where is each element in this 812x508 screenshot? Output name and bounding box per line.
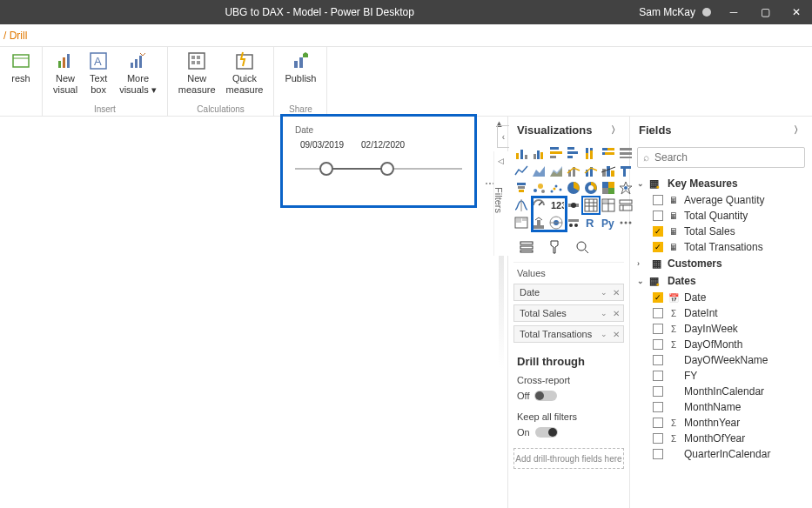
report-canvas[interactable]: ▲ ▽ ⤢ ⋯ Date 09/03/2019 02/12/2020 ‹ ◁ F… (0, 117, 507, 508)
breadcrumb-text[interactable]: / Drill (3, 30, 27, 42)
field-checkbox[interactable] (653, 386, 663, 397)
viz-type-27[interactable] (618, 197, 634, 213)
fields-header[interactable]: Fields 〉 (630, 117, 812, 144)
viz-type-33[interactable]: Py (601, 215, 616, 231)
viz-type-0[interactable] (513, 145, 529, 161)
fields-tab-icon[interactable] (519, 239, 534, 255)
viz-type-5[interactable] (601, 145, 616, 161)
viz-type-32[interactable]: R (583, 215, 599, 231)
field-item[interactable]: ΣDayInWeek (635, 321, 812, 337)
viz-type-28[interactable] (513, 215, 529, 231)
text-box-button[interactable]: ATextbox (83, 49, 114, 104)
viz-type-10[interactable] (566, 163, 581, 178)
field-checkbox[interactable] (653, 433, 663, 444)
viz-type-26[interactable] (601, 197, 616, 213)
fields-search[interactable]: ⌕ (637, 147, 805, 168)
field-checkbox[interactable]: ✓ (653, 226, 663, 237)
collapse-filters-button[interactable]: ‹ (497, 125, 509, 148)
viz-type-4[interactable] (583, 145, 599, 161)
viz-type-16[interactable] (548, 180, 564, 196)
field-checkbox[interactable] (653, 418, 663, 428)
format-tab-icon[interactable] (547, 239, 562, 255)
viz-type-3[interactable] (566, 145, 581, 161)
new-measure-button[interactable]: Newmeasure (173, 49, 221, 104)
viz-type-31[interactable] (566, 215, 581, 231)
viz-type-7[interactable] (513, 163, 529, 178)
field-item[interactable]: DayOfWeekName (635, 352, 812, 368)
field-checkbox[interactable] (653, 195, 663, 205)
refresh-button[interactable]: resh (5, 49, 37, 114)
viz-type-11[interactable] (583, 163, 599, 178)
field-well[interactable]: Date⌄✕ (513, 284, 624, 301)
publish-button[interactable]: Publish (279, 49, 321, 104)
viz-type-9[interactable] (548, 163, 564, 178)
field-checkbox[interactable]: ✓ (653, 242, 663, 252)
field-item[interactable]: 🖩Total Quantity (635, 208, 812, 224)
minimize-button[interactable]: ─ (718, 0, 749, 24)
more-visuals-button[interactable]: Morevisuals ▾ (114, 49, 162, 104)
viz-type-8[interactable] (531, 163, 547, 178)
viz-type-21[interactable] (513, 197, 529, 213)
field-group-header[interactable]: ›▦Customers (630, 255, 812, 272)
field-checkbox[interactable] (653, 355, 663, 365)
viz-type-13[interactable] (618, 163, 634, 178)
field-item[interactable]: ΣMonthOfYear (635, 431, 812, 446)
field-checkbox[interactable] (653, 308, 663, 318)
remove-icon[interactable]: ✕ (613, 330, 620, 339)
slicer-thumb-start[interactable] (319, 162, 333, 176)
viz-type-12[interactable] (601, 163, 616, 178)
field-checkbox[interactable] (653, 211, 663, 221)
viz-type-22[interactable] (531, 197, 547, 213)
close-button[interactable]: ✕ (781, 0, 812, 24)
field-checkbox[interactable] (653, 402, 663, 412)
slicer-track[interactable] (295, 160, 462, 177)
keep-filters-toggle[interactable]: On (508, 425, 629, 444)
field-item[interactable]: ✓📅Date (635, 290, 812, 305)
viz-type-25[interactable] (583, 197, 599, 213)
viz-type-6[interactable] (618, 145, 634, 161)
search-input[interactable] (654, 151, 799, 164)
field-item[interactable]: ✓🖩Total Sales (635, 224, 812, 239)
field-item[interactable]: QuarterInCalendar (635, 446, 812, 462)
viz-type-1[interactable] (531, 145, 547, 161)
viz-type-19[interactable] (601, 180, 616, 196)
viz-type-2[interactable] (548, 145, 564, 161)
field-item[interactable]: FY (635, 368, 812, 384)
field-item[interactable]: ΣMonthnYear (635, 415, 812, 431)
slicer-thumb-end[interactable] (380, 162, 394, 176)
field-checkbox[interactable] (653, 449, 663, 459)
viz-type-29[interactable] (531, 215, 547, 231)
slicer-start-date[interactable]: 09/03/2019 (300, 140, 344, 150)
field-checkbox[interactable] (653, 371, 663, 381)
viz-type-23[interactable]: 123 (548, 197, 564, 213)
remove-icon[interactable]: ✕ (613, 309, 620, 318)
remove-icon[interactable]: ✕ (613, 288, 620, 297)
viz-type-20[interactable] (618, 180, 634, 196)
user-area[interactable]: Sam McKay (639, 6, 718, 18)
quick-measure-button[interactable]: Quickmeasure (221, 49, 269, 104)
field-item[interactable]: MonthInCalendar (635, 384, 812, 399)
viz-type-14[interactable] (513, 180, 529, 196)
field-checkbox[interactable]: ✓ (653, 292, 663, 303)
chevron-down-icon[interactable]: ⌄ (601, 288, 607, 297)
viz-type-30[interactable] (548, 215, 564, 231)
maximize-button[interactable]: ▢ (749, 0, 781, 24)
field-item[interactable]: ΣDayOfMonth (635, 337, 812, 352)
viz-type-17[interactable] (566, 180, 581, 196)
viz-type-24[interactable] (566, 197, 581, 213)
field-group-header[interactable]: ⌄▦●Key Measures (630, 175, 812, 192)
field-checkbox[interactable] (653, 324, 663, 334)
new-visual-button[interactable]: Newvisual (48, 49, 83, 104)
slicer-end-date[interactable]: 02/12/2020 (361, 140, 405, 150)
visualizations-header[interactable]: Visualizations 〉 (508, 117, 629, 144)
field-well[interactable]: Total Transations⌄✕ (513, 325, 624, 343)
field-group-header[interactable]: ⌄▦●Dates (630, 272, 812, 290)
analytics-tab-icon[interactable] (574, 239, 590, 255)
field-item[interactable]: ΣDateInt (635, 305, 812, 321)
date-slicer-visual[interactable]: Date 09/03/2019 02/12/2020 (280, 114, 477, 208)
chevron-down-icon[interactable]: ⌄ (601, 330, 607, 338)
field-item[interactable]: MonthName (635, 399, 812, 415)
field-well[interactable]: Total Sales⌄✕ (513, 304, 624, 322)
field-item[interactable]: 🖩Average Quantity (635, 192, 812, 208)
cross-report-toggle[interactable]: Off (508, 389, 629, 408)
